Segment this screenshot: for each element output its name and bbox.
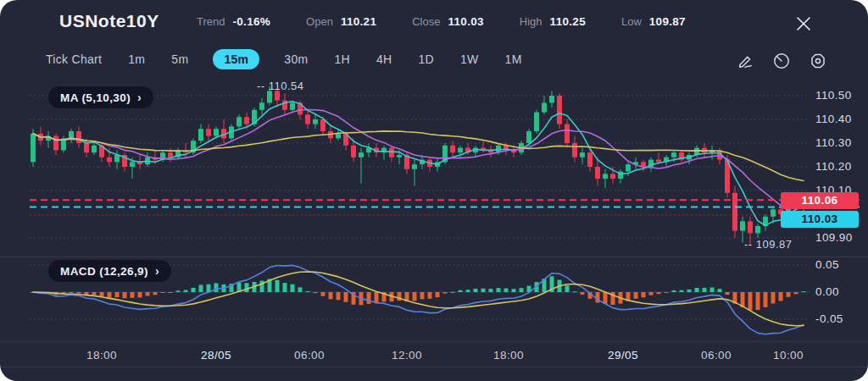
stat-low-label: Low xyxy=(621,15,642,28)
tab-1h[interactable]: 1H xyxy=(332,49,352,69)
settings-button[interactable] xyxy=(807,50,829,72)
time-label: 18:00 xyxy=(75,349,129,362)
tab-15m[interactable]: 15m xyxy=(213,49,259,69)
macd-tick: 0.05 xyxy=(815,258,866,271)
price-tick: 110.50 xyxy=(815,89,866,102)
stat-low-value: 109.87 xyxy=(649,15,686,28)
macd-indicator-pill[interactable]: MACD (12,26,9) › xyxy=(48,260,171,282)
header-stats: Trend -0.16% Open 110.21 Close 110.03 Hi… xyxy=(197,15,686,28)
price-tick: 110.20 xyxy=(815,160,866,173)
tab-1w[interactable]: 1W xyxy=(459,49,481,69)
tab-1m[interactable]: 1m xyxy=(126,49,147,69)
macd-tick: 0.00 xyxy=(815,285,866,298)
tab-5m[interactable]: 5m xyxy=(170,49,190,69)
chevron-right-icon: › xyxy=(155,264,159,278)
stat-high-value: 110.25 xyxy=(550,15,586,28)
settings-icon xyxy=(809,52,827,70)
symbol-title: USNote10Y xyxy=(59,11,159,31)
ma-indicator-pill[interactable]: MA (5,10,30) › xyxy=(48,86,153,108)
stat-high: High 110.25 xyxy=(520,15,586,28)
stat-open: Open 110.21 xyxy=(306,15,376,28)
tab-tick-chart[interactable]: Tick Chart xyxy=(44,49,103,69)
price-tick: 110.30 xyxy=(815,136,866,149)
stat-high-label: High xyxy=(520,15,542,28)
close-icon xyxy=(796,16,811,31)
panel-divider xyxy=(0,257,868,257)
stat-close-value: 110.03 xyxy=(448,15,483,28)
stat-open-label: Open xyxy=(306,15,333,28)
time-label: 12:00 xyxy=(380,349,434,362)
stat-trend-label: Trend xyxy=(197,15,225,28)
macd-tick: -0.05 xyxy=(815,312,866,325)
stat-trend-value: -0.16% xyxy=(232,15,270,28)
stat-open-value: 110.21 xyxy=(341,15,376,28)
stat-trend: Trend -0.16% xyxy=(197,15,270,28)
time-label: 06:00 xyxy=(282,349,337,362)
stat-close: Close 110.03 xyxy=(412,15,484,28)
tab-1mo[interactable]: 1M xyxy=(504,49,524,69)
price-tick: 109.90 xyxy=(815,231,866,244)
tab-30m[interactable]: 30m xyxy=(282,49,309,69)
tab-1d[interactable]: 1D xyxy=(416,49,436,69)
price-badge-upper: 110.06 xyxy=(781,192,859,209)
time-label: 10:00 xyxy=(761,349,815,362)
macd-indicator-label: MACD (12,26,9) xyxy=(60,265,148,278)
price-badge-lower: 110.03 xyxy=(781,211,859,228)
low-annotation: -- 109.87 xyxy=(744,238,793,251)
timer-button[interactable] xyxy=(771,50,793,72)
interval-tabs: Tick Chart 1m 5m 15m 30m 1H 4H 1D 1W 1M xyxy=(44,49,524,69)
chevron-right-icon: › xyxy=(137,91,142,104)
time-label-date: 29/05 xyxy=(596,349,650,362)
time-label: 06:00 xyxy=(689,349,743,362)
stat-close-label: Close xyxy=(412,15,440,28)
ma-indicator-label: MA (5,10,30) xyxy=(60,91,131,104)
trading-panel-card: USNote10Y Trend -0.16% Open 110.21 Close… xyxy=(0,0,868,381)
draw-button[interactable] xyxy=(734,50,756,72)
draw-icon xyxy=(737,52,754,69)
time-label: 18:00 xyxy=(481,349,536,362)
tab-4h[interactable]: 4H xyxy=(375,49,394,69)
close-button[interactable] xyxy=(792,12,815,36)
high-annotation: -- 110.54 xyxy=(257,80,304,92)
time-axis-divider-bottom xyxy=(0,367,868,367)
price-tick: 110.40 xyxy=(815,113,866,125)
toolbar-icon-buttons xyxy=(734,50,829,72)
timer-icon xyxy=(772,52,791,70)
time-axis-divider-top xyxy=(0,341,868,342)
time-label-date: 28/05 xyxy=(189,349,243,362)
stat-low: Low 109.87 xyxy=(621,15,686,28)
